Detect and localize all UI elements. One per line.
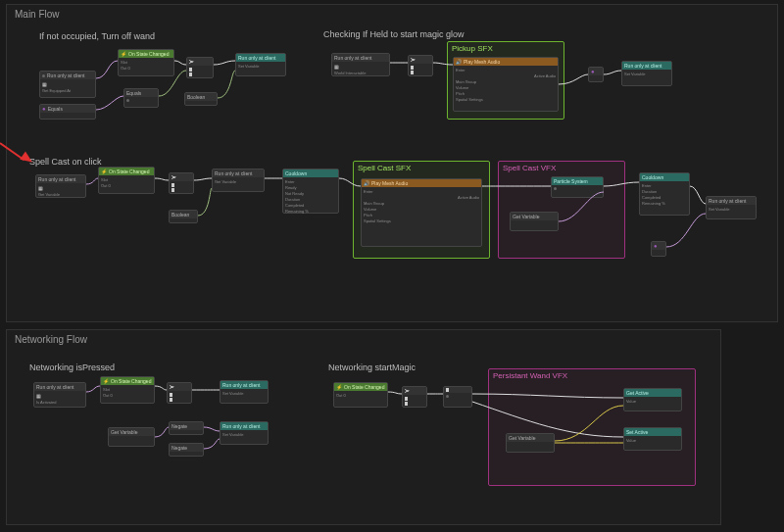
graph-canvas[interactable]: Main Flow Networking Flow If not occupie… (0, 0, 784, 532)
node-wand-set-active[interactable]: Set Active Value (623, 427, 682, 451)
node-net2-small[interactable] (443, 386, 472, 408)
node-negate-2[interactable]: Negate (169, 443, 204, 457)
node-state-change-2[interactable]: On State Changed SlotOut 0 (98, 167, 155, 194)
comment-net-pressed: Networking isPressed (29, 363, 115, 372)
node-net-activated[interactable]: Run only at client Is Activated (33, 382, 86, 408)
doc-icon (38, 185, 83, 191)
branch-icon (411, 57, 416, 63)
speaker-icon (456, 59, 462, 65)
node-wand-get-active[interactable]: Get Active Value (623, 388, 682, 411)
node-branch-1[interactable] (186, 57, 214, 78)
main-flow-title: Main Flow (7, 5, 777, 24)
comment-spell-cast: Spell Cast on click (29, 157, 102, 167)
node-get-var-sc-a[interactable]: Run only at client Get Variable (35, 174, 86, 198)
node-boolean-1[interactable]: Boolean (184, 92, 218, 106)
node-state-change-1[interactable]: On State Changed SlotOut 0 (118, 49, 174, 76)
doc-icon (36, 393, 83, 399)
comment-turn-off-wand: If not occupied, Turn off wand (39, 31, 155, 41)
node-world-interact[interactable]: Run only at client World Interactable (331, 53, 390, 76)
dot-icon (654, 243, 658, 249)
node-branch-3[interactable] (169, 172, 194, 194)
dot-icon (42, 106, 46, 112)
node-particle-cast[interactable]: Particle System (551, 176, 604, 198)
branch-icon (170, 384, 174, 390)
doc-icon (42, 81, 93, 87)
bolt-icon (121, 51, 126, 57)
bolt-icon (101, 169, 107, 174)
node-set-var-net-b[interactable]: Run only at client Set Variable (220, 421, 269, 445)
node-net-state-change[interactable]: On State Changed SlotOut 0 (100, 376, 155, 404)
node-set-var-net-a[interactable]: Run only at client Set Variable (220, 380, 269, 404)
node-get-equipped[interactable]: Run only at client Get Equipped At (39, 71, 96, 98)
node-cooldown-1[interactable]: Cooldown Enter Ready Not Ready Duration … (282, 169, 339, 214)
node-boolean-2[interactable]: Boolean (169, 210, 198, 223)
branch-icon (405, 388, 410, 394)
node-dot-small-1[interactable] (588, 67, 604, 82)
node-set-var-1[interactable]: Run only at client Set Variable (235, 53, 286, 76)
branch-icon (172, 174, 176, 180)
node-negate-1[interactable]: Negate (169, 421, 204, 435)
node-set-var-3[interactable]: Run only at client Set Variable (706, 196, 757, 219)
node-net2-state-change[interactable]: On State Changed Out 0 (333, 382, 388, 408)
node-cooldown-2[interactable]: Cooldown Enter Duration Completed Remain… (639, 172, 690, 216)
bolt-icon (336, 384, 342, 390)
doc-icon (334, 64, 387, 70)
node-net-branch-1[interactable] (167, 382, 192, 404)
comment-checking-held: Checking If Held to start magic glow (323, 29, 465, 39)
node-set-var-2[interactable]: Run only at client Set Variable (621, 61, 672, 86)
node-get-var-sc-b[interactable]: Run only at client Get Variable (212, 169, 265, 192)
node-dot-small-2[interactable] (651, 241, 666, 257)
node-get-var-net-1[interactable]: Get Variable (108, 427, 155, 447)
branch-icon (189, 59, 194, 65)
bolt-icon (103, 378, 109, 384)
node-equals-emitter[interactable]: Equals (39, 104, 96, 120)
node-net2-branch[interactable] (402, 386, 427, 408)
speaker-icon (364, 180, 369, 186)
node-get-var-vfx[interactable]: Get Variable (510, 212, 559, 231)
node-play-audio-cast[interactable]: Play Mesh Audio Enter Active Audio Main … (361, 178, 482, 247)
dot-icon (591, 69, 595, 74)
networking-flow-title: Networking Flow (7, 330, 720, 349)
node-wand-get-var[interactable]: Get Variable (506, 433, 555, 453)
node-equals-1[interactable]: Equals (123, 88, 159, 108)
node-branch-2[interactable] (408, 55, 433, 76)
group-spellcast-vfx: Spell Cast VFX (498, 161, 625, 259)
node-play-audio-pickup[interactable]: Play Mesh Audio Enter Active Audio Main … (453, 57, 559, 112)
comment-net-startmagic: Networking startMagic (328, 363, 416, 372)
